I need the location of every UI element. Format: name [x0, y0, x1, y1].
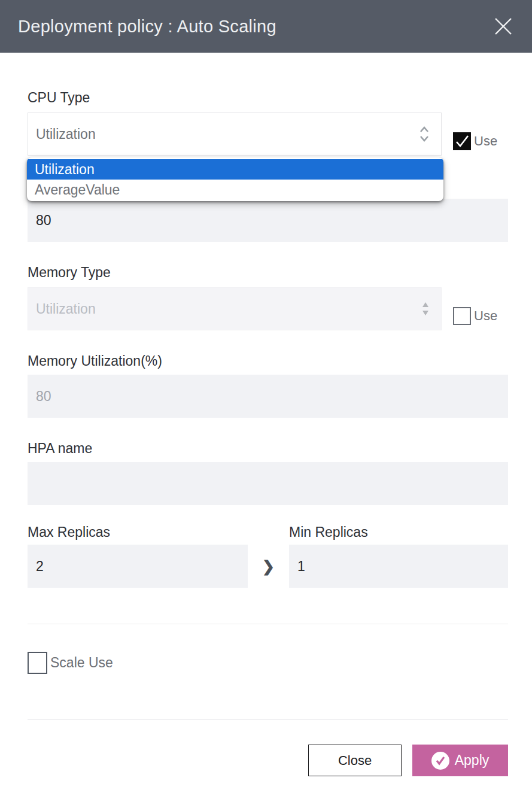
apply-button-label: Apply [455, 752, 490, 768]
memory-utilization-input[interactable] [28, 375, 508, 418]
cpu-utilization-input[interactable] [28, 199, 508, 242]
scale-use-checkbox[interactable] [28, 652, 47, 674]
close-icon[interactable] [491, 14, 515, 38]
scale-use-row: Scale Use [28, 652, 508, 674]
replicas-labels-row: Max Replicas Min Replicas [28, 523, 508, 541]
close-button[interactable]: Close [308, 745, 402, 776]
memory-use-label: Use [474, 308, 497, 324]
cpu-type-label: CPU Type [28, 89, 508, 107]
chevron-updown-icon [418, 125, 430, 143]
max-replicas-label: Max Replicas [28, 523, 289, 541]
cpu-use-label: Use [474, 133, 497, 149]
modal-header: Deployment policy : Auto Scaling [0, 0, 532, 53]
modal-body: CPU Type Utilization Utilization Average… [0, 89, 532, 776]
memory-type-selected-value: Utilization [36, 301, 96, 317]
cpu-use-wrap: Use [453, 132, 497, 150]
memory-utilization-label: Memory Utilization(%) [28, 352, 508, 370]
chevron-right-icon: ❯ [248, 559, 289, 574]
apply-button[interactable]: Apply [412, 745, 508, 776]
spinner-updown-icon [421, 300, 430, 317]
dropdown-option-averagevalue[interactable]: AverageValue [27, 180, 443, 200]
min-replicas-input[interactable] [289, 545, 508, 588]
cpu-type-selected-value: Utilization [36, 126, 96, 142]
dropdown-option-utilization[interactable]: Utilization [27, 159, 443, 180]
memory-type-row: Utilization Use [28, 287, 508, 330]
footer-actions: Close Apply [28, 745, 508, 776]
divider [28, 624, 508, 624]
x-icon [493, 16, 514, 37]
hpa-name-input[interactable] [28, 462, 508, 505]
cpu-type-select[interactable]: Utilization Utilization AverageValue [28, 113, 442, 156]
max-replicas-input[interactable] [28, 545, 248, 588]
cpu-type-dropdown: Utilization AverageValue [27, 157, 443, 201]
memory-type-label: Memory Type [28, 263, 508, 281]
cpu-use-checkbox[interactable] [453, 132, 471, 150]
check-icon [454, 133, 470, 149]
hpa-name-label: HPA name [28, 439, 508, 457]
scale-use-label: Scale Use [50, 655, 113, 671]
divider [28, 719, 508, 720]
check-circle-icon [431, 752, 449, 770]
modal-title: Deployment policy : Auto Scaling [18, 17, 276, 37]
memory-use-checkbox[interactable] [453, 307, 471, 325]
cpu-type-row: Utilization Utilization AverageValue Use [28, 113, 508, 156]
memory-type-select[interactable]: Utilization [28, 287, 442, 330]
memory-use-wrap: Use [453, 306, 497, 325]
close-button-label: Close [338, 753, 372, 768]
replicas-inputs-row: ❯ [28, 545, 508, 588]
min-replicas-label: Min Replicas [289, 523, 368, 541]
